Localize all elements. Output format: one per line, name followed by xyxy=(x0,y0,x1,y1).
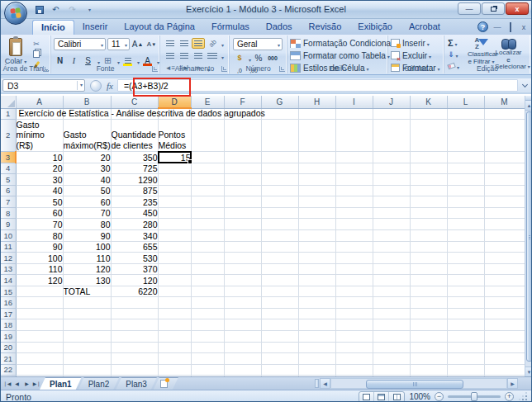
cell-E20[interactable] xyxy=(191,342,224,353)
cell-A18[interactable] xyxy=(16,319,63,331)
cell-D13[interactable] xyxy=(158,263,191,275)
ribbon-tab-exibição[interactable]: Exibição xyxy=(349,20,401,35)
cell-G12[interactable] xyxy=(261,253,298,264)
cell-B17[interactable] xyxy=(63,308,111,319)
shrink-font-button[interactable]: A▼ xyxy=(145,38,158,50)
cell-D17[interactable] xyxy=(158,308,191,319)
sheet-tab-plan3[interactable]: Plan3 xyxy=(116,377,157,390)
scroll-up-button[interactable]: ▲ xyxy=(525,101,532,111)
cell-A16[interactable] xyxy=(16,297,63,309)
cell-C6[interactable]: 875 xyxy=(111,185,158,196)
align-middle-button[interactable] xyxy=(178,38,191,49)
cell-B18[interactable] xyxy=(63,319,111,331)
cell-B12[interactable]: 110 xyxy=(63,253,111,264)
cell-A17[interactable] xyxy=(16,308,63,319)
resize-grip[interactable] xyxy=(520,393,528,401)
cell-F18[interactable] xyxy=(224,319,261,331)
cell-A9[interactable]: 70 xyxy=(16,219,63,230)
row-header-6[interactable]: 6 xyxy=(1,185,16,196)
comma-style-button[interactable]: 000 xyxy=(266,53,279,64)
cell-A8[interactable]: 60 xyxy=(16,207,63,219)
cell-E8[interactable] xyxy=(191,207,224,219)
cell-C8[interactable]: 450 xyxy=(111,207,158,219)
column-header-H[interactable]: H xyxy=(298,96,335,108)
cell-C20[interactable] xyxy=(111,342,158,353)
cell-K19[interactable] xyxy=(410,331,447,343)
cell-F22[interactable] xyxy=(224,364,261,376)
cell-C4[interactable]: 725 xyxy=(111,163,158,174)
cell-J18[interactable] xyxy=(373,319,410,331)
cell-J2[interactable] xyxy=(373,119,410,152)
cell-L13[interactable] xyxy=(447,263,484,275)
column-header-E[interactable]: E xyxy=(191,96,224,108)
cell-C10[interactable]: 340 xyxy=(111,229,158,241)
cell-C9[interactable]: 280 xyxy=(111,219,158,230)
cell-D5[interactable] xyxy=(158,174,191,186)
cell-E21[interactable] xyxy=(191,353,224,365)
cell-D14[interactable] xyxy=(158,275,191,286)
cell-M15[interactable] xyxy=(484,286,525,297)
cell-E11[interactable] xyxy=(191,241,224,253)
cell-K7[interactable] xyxy=(410,196,447,208)
column-header-I[interactable]: I xyxy=(335,96,373,108)
alignment-dialog-launcher[interactable] xyxy=(221,66,227,72)
horizontal-scroll-thumb[interactable] xyxy=(366,380,463,389)
cell-C11[interactable]: 655 xyxy=(111,241,158,253)
number-format-combo[interactable]: Geral xyxy=(233,38,283,50)
row-header-7[interactable]: 7 xyxy=(1,196,16,208)
cell-E13[interactable] xyxy=(191,263,224,275)
cell-L17[interactable] xyxy=(447,308,484,319)
row-header-3[interactable]: 3 xyxy=(1,152,16,163)
cell-F13[interactable] xyxy=(224,263,261,275)
last-sheet-button[interactable]: ▶❘ xyxy=(32,379,41,389)
cell-K1[interactable] xyxy=(410,108,447,119)
zoom-out-button[interactable]: − xyxy=(435,392,444,401)
row-header-16[interactable]: 16 xyxy=(1,297,16,309)
cell-G14[interactable] xyxy=(261,275,298,286)
cell-E4[interactable] xyxy=(191,163,224,174)
cell-F9[interactable] xyxy=(224,219,261,230)
cell-K8[interactable] xyxy=(410,207,447,219)
cell-L12[interactable] xyxy=(447,253,484,264)
cell-I17[interactable] xyxy=(335,308,373,319)
cell-I19[interactable] xyxy=(335,331,373,343)
cell-H1[interactable] xyxy=(298,108,335,119)
row-header-19[interactable]: 19 xyxy=(1,331,16,343)
ribbon-tab-início[interactable]: Início xyxy=(32,20,74,35)
autosum-button[interactable]: Σ xyxy=(448,37,468,49)
cell-A4[interactable]: 20 xyxy=(16,163,63,174)
cell-L15[interactable] xyxy=(447,286,484,297)
cell-H15[interactable] xyxy=(298,286,335,297)
cell-F8[interactable] xyxy=(224,207,261,219)
cell-L1[interactable] xyxy=(447,108,484,119)
font-size-combo[interactable]: 11 xyxy=(107,38,130,50)
ribbon-tab-revisão[interactable]: Revisão xyxy=(301,20,350,35)
cell-B21[interactable] xyxy=(63,353,111,365)
cell-L16[interactable] xyxy=(447,297,484,309)
cell-F5[interactable] xyxy=(224,174,261,186)
cell-K4[interactable] xyxy=(410,163,447,174)
cell-E7[interactable] xyxy=(191,196,224,208)
cell-M18[interactable] xyxy=(484,319,525,331)
cell-H2[interactable] xyxy=(298,119,335,152)
cell-M12[interactable] xyxy=(484,253,525,264)
row-header-18[interactable]: 18 xyxy=(1,319,16,331)
cell-A15[interactable] xyxy=(16,286,63,297)
cell-H13[interactable] xyxy=(298,263,335,275)
cell-H9[interactable] xyxy=(298,219,335,230)
cell-H3[interactable] xyxy=(298,152,335,163)
office-button[interactable] xyxy=(4,2,27,25)
cell-G15[interactable] xyxy=(261,286,298,297)
help-button[interactable]: ? xyxy=(477,21,488,32)
cell-I6[interactable] xyxy=(335,185,373,196)
column-header-L[interactable]: L xyxy=(447,96,484,108)
zoom-slider-thumb[interactable] xyxy=(471,392,477,401)
cell-L9[interactable] xyxy=(447,219,484,230)
clipboard-dialog-launcher[interactable] xyxy=(43,66,49,72)
percent-style-button[interactable]: % xyxy=(252,53,265,64)
cell-H10[interactable] xyxy=(298,229,335,241)
cell-F12[interactable] xyxy=(224,253,261,264)
row-header-15[interactable]: 15 xyxy=(1,286,16,297)
cell-F7[interactable] xyxy=(224,196,261,208)
column-header-G[interactable]: G xyxy=(261,96,298,108)
